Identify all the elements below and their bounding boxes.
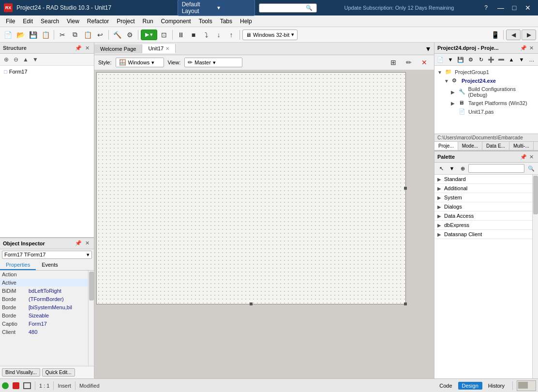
menu-run[interactable]: Run bbox=[139, 16, 157, 26]
menu-project[interactable]: Project bbox=[113, 16, 138, 26]
run-without-debug-button[interactable]: ⊡ bbox=[158, 29, 170, 41]
palette-search-box[interactable] bbox=[468, 164, 524, 173]
oi-row-borde3[interactable]: Borde Sizeable bbox=[0, 312, 88, 320]
back-button[interactable]: ◀ bbox=[506, 30, 521, 40]
rp-add-button[interactable]: ➕ bbox=[486, 55, 496, 64]
status-tab-design[interactable]: Design bbox=[458, 382, 482, 390]
paste-button[interactable]: 📋 bbox=[82, 29, 93, 41]
global-search[interactable]: 🔍 bbox=[259, 3, 317, 13]
menu-refactor[interactable]: Refactor bbox=[83, 16, 113, 26]
struct-add-button[interactable]: ⊕ bbox=[2, 55, 11, 64]
canvas-btn1[interactable]: ⊞ bbox=[388, 57, 399, 68]
status-run-indicator[interactable] bbox=[2, 382, 9, 389]
palette-additional[interactable]: ▶ Additional bbox=[434, 184, 532, 193]
canvas-btn2[interactable]: ✏ bbox=[403, 57, 415, 68]
tab-unit17[interactable]: Unit17 ✕ bbox=[142, 44, 176, 53]
oi-pin-button[interactable]: 📌 bbox=[75, 240, 82, 247]
step-over-button[interactable]: ⤵ bbox=[200, 29, 212, 41]
menu-tabs[interactable]: Tabs bbox=[216, 16, 236, 26]
handle-bottom-middle[interactable] bbox=[250, 302, 253, 305]
rp-save-button[interactable]: 💾 bbox=[456, 55, 465, 64]
rp-tab-data[interactable]: Data E... bbox=[482, 142, 509, 150]
step-into-button[interactable]: ↓ bbox=[213, 29, 224, 41]
run-button[interactable]: ▶ ▾ bbox=[141, 30, 157, 40]
status-tab-code[interactable]: Code bbox=[435, 382, 456, 390]
palette-search-button[interactable]: 🔍 bbox=[526, 164, 536, 173]
build-button[interactable]: ⚙ bbox=[124, 29, 135, 41]
rp-build-button[interactable]: ⚙ bbox=[466, 55, 476, 64]
view-selector[interactable]: ✏ Master ▾ bbox=[184, 58, 242, 67]
rp-options-button[interactable]: … bbox=[527, 55, 537, 64]
rp-delete-button[interactable]: ➖ bbox=[496, 55, 506, 64]
menu-component[interactable]: Component bbox=[157, 16, 195, 26]
project-tree-exe[interactable]: ▼ ⚙ Project24.exe bbox=[443, 76, 536, 85]
help-button[interactable]: ? bbox=[481, 3, 491, 12]
tree-item-form17[interactable]: □ Form17 bbox=[2, 68, 92, 75]
pause-button[interactable]: ⏸ bbox=[175, 29, 187, 41]
rp-refresh-button[interactable]: ↻ bbox=[476, 55, 486, 64]
saveas-button[interactable]: 📋 bbox=[40, 29, 51, 41]
palette-cursor-button[interactable]: ↖ bbox=[436, 164, 446, 173]
rp-tab-model[interactable]: Mode... bbox=[458, 142, 482, 150]
oi-row-caption[interactable]: Captio Form17 bbox=[0, 320, 88, 328]
palette-cursor-dropdown[interactable]: ▼ bbox=[447, 164, 457, 173]
project-tree-platforms[interactable]: ▶ 🖥 Target Platforms (Win32) bbox=[450, 99, 536, 107]
struct-up-button[interactable]: ▲ bbox=[21, 55, 30, 64]
handle-right-middle[interactable] bbox=[404, 187, 407, 190]
target-platform-selector[interactable]: 🖥 Windows 32-bit ▾ bbox=[242, 30, 298, 40]
status-stop-indicator[interactable] bbox=[13, 382, 19, 389]
undo-button[interactable]: ↩ bbox=[94, 29, 106, 41]
build-all-button[interactable]: 🔨 bbox=[111, 29, 123, 41]
status-minimap[interactable] bbox=[517, 380, 536, 391]
menu-search[interactable]: Search bbox=[37, 16, 63, 26]
save-button[interactable]: 💾 bbox=[27, 29, 39, 41]
structure-pin-button[interactable]: 📌 bbox=[75, 44, 82, 52]
oi-scrollbar[interactable] bbox=[88, 271, 94, 366]
oi-row-active[interactable]: Active bbox=[0, 279, 88, 287]
palette-close-button[interactable]: ✕ bbox=[527, 153, 535, 161]
palette-system[interactable]: ▶ System bbox=[434, 193, 532, 202]
oi-row-bidim[interactable]: BiDiM bdLeftToRight bbox=[0, 287, 88, 295]
menu-view[interactable]: View bbox=[63, 16, 83, 26]
tab-overflow-button[interactable]: ▾ bbox=[422, 43, 434, 55]
oi-row-action[interactable]: Action bbox=[0, 271, 88, 279]
forward-button[interactable]: ▶ bbox=[522, 30, 536, 40]
menu-tools[interactable]: Tools bbox=[195, 16, 216, 26]
status-tab-history[interactable]: History bbox=[484, 382, 508, 390]
project-tree-build[interactable]: ▶ 🔧 Build Configurations (Debug) bbox=[450, 85, 536, 99]
oi-row-client[interactable]: Client 480 bbox=[0, 328, 88, 336]
project-pin-button[interactable]: 📌 bbox=[520, 44, 527, 52]
oi-tab-properties[interactable]: Properties bbox=[0, 260, 36, 270]
structure-close-button[interactable]: ✕ bbox=[83, 44, 91, 52]
rp-open-button[interactable]: ▼ bbox=[446, 55, 455, 64]
device-manager-button[interactable]: 📱 bbox=[489, 29, 501, 41]
maximize-button[interactable]: □ bbox=[508, 3, 521, 13]
oi-close-button[interactable]: ✕ bbox=[83, 240, 91, 247]
minimize-button[interactable]: — bbox=[494, 3, 507, 13]
bind-visually-button[interactable]: Bind Visually... bbox=[2, 368, 40, 377]
oi-tab-events[interactable]: Events bbox=[36, 260, 64, 270]
menu-edit[interactable]: Edit bbox=[19, 16, 37, 26]
design-canvas[interactable] bbox=[94, 70, 434, 378]
rp-tab-project[interactable]: Proje... bbox=[434, 142, 458, 150]
oi-selector[interactable]: Form17 TForm17 ▾ bbox=[2, 251, 92, 259]
palette-dialogs[interactable]: ▶ Dialogs bbox=[434, 202, 532, 211]
palette-scrollthumb[interactable] bbox=[533, 176, 538, 214]
oi-row-borde2[interactable]: Borde [biSystemMenu,bil bbox=[0, 303, 88, 312]
rp-down-button[interactable]: ▼ bbox=[517, 55, 526, 64]
palette-pin-button[interactable]: 📌 bbox=[520, 153, 527, 161]
copy-button[interactable]: ⧉ bbox=[69, 29, 81, 41]
project-tree-group[interactable]: ▼ 📁 ProjectGroup1 bbox=[436, 68, 536, 76]
style-selector[interactable]: 🪟 Windows ▾ bbox=[116, 58, 164, 67]
search-input[interactable] bbox=[262, 5, 306, 11]
oi-row-borde1[interactable]: Borde (TFormBorder) bbox=[0, 295, 88, 303]
close-button[interactable]: ✕ bbox=[522, 3, 534, 13]
stop-button[interactable]: ■ bbox=[188, 29, 199, 41]
project-close-button[interactable]: ✕ bbox=[527, 44, 535, 52]
palette-data-access[interactable]: ▶ Data Access bbox=[434, 211, 532, 221]
rp-tab-multi[interactable]: Multi-... bbox=[509, 142, 534, 150]
palette-datasnap[interactable]: ▶ Datasnap Client bbox=[434, 230, 532, 239]
canvas-btn3[interactable]: ✕ bbox=[418, 57, 430, 68]
step-out-button[interactable]: ↑ bbox=[225, 29, 237, 41]
open-button[interactable]: 📂 bbox=[15, 29, 26, 41]
